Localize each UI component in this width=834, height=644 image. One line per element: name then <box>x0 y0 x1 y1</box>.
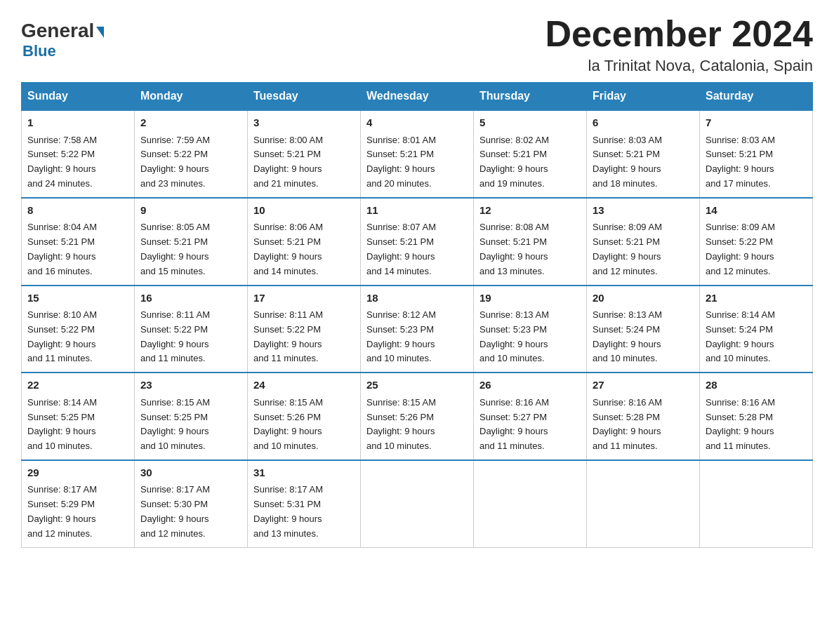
day-info: Sunrise: 8:01 AMSunset: 5:21 PMDaylight:… <box>366 135 436 189</box>
day-number: 27 <box>593 377 694 394</box>
day-number: 30 <box>140 465 241 481</box>
day-info: Sunrise: 8:13 AMSunset: 5:23 PMDaylight:… <box>479 309 549 363</box>
table-row: 26 Sunrise: 8:16 AMSunset: 5:27 PMDaylig… <box>474 373 587 460</box>
table-row: 15 Sunrise: 8:10 AMSunset: 5:22 PMDaylig… <box>22 286 135 373</box>
month-title: December 2024 <box>545 14 813 54</box>
day-info: Sunrise: 8:10 AMSunset: 5:22 PMDaylight:… <box>27 309 97 363</box>
title-section: December 2024 la Trinitat Nova, Cataloni… <box>545 14 813 75</box>
table-row: 28 Sunrise: 8:16 AMSunset: 5:28 PMDaylig… <box>700 373 813 460</box>
table-row <box>474 460 587 547</box>
table-row: 5 Sunrise: 8:02 AMSunset: 5:21 PMDayligh… <box>474 110 587 198</box>
day-info: Sunrise: 8:17 AMSunset: 5:29 PMDaylight:… <box>27 484 97 538</box>
day-info: Sunrise: 8:16 AMSunset: 5:28 PMDaylight:… <box>706 397 775 451</box>
day-info: Sunrise: 8:00 AMSunset: 5:21 PMDaylight:… <box>253 135 323 189</box>
table-row <box>361 460 474 547</box>
day-info: Sunrise: 8:05 AMSunset: 5:21 PMDaylight:… <box>140 222 210 276</box>
col-monday: Monday <box>135 83 248 111</box>
logo-general: General <box>21 21 94 41</box>
calendar-header-row: Sunday Monday Tuesday Wednesday Thursday… <box>22 83 813 111</box>
day-number: 3 <box>253 115 355 131</box>
table-row: 2 Sunrise: 7:59 AMSunset: 5:22 PMDayligh… <box>135 110 248 198</box>
calendar-week-row: 1 Sunrise: 7:58 AMSunset: 5:22 PMDayligh… <box>22 110 813 198</box>
day-info: Sunrise: 8:15 AMSunset: 5:26 PMDaylight:… <box>366 397 436 451</box>
table-row: 1 Sunrise: 7:58 AMSunset: 5:22 PMDayligh… <box>22 110 135 198</box>
day-number: 31 <box>253 465 355 481</box>
table-row: 18 Sunrise: 8:12 AMSunset: 5:23 PMDaylig… <box>361 286 474 373</box>
day-number: 15 <box>27 290 128 307</box>
day-info: Sunrise: 8:03 AMSunset: 5:21 PMDaylight:… <box>706 135 775 189</box>
day-number: 12 <box>479 203 581 219</box>
day-number: 26 <box>479 377 581 394</box>
table-row: 23 Sunrise: 8:15 AMSunset: 5:25 PMDaylig… <box>135 373 248 460</box>
day-number: 22 <box>27 377 128 394</box>
table-row: 31 Sunrise: 8:17 AMSunset: 5:31 PMDaylig… <box>248 460 361 547</box>
day-number: 4 <box>366 115 468 131</box>
table-row: 12 Sunrise: 8:08 AMSunset: 5:21 PMDaylig… <box>474 198 587 286</box>
table-row: 22 Sunrise: 8:14 AMSunset: 5:25 PMDaylig… <box>22 373 135 460</box>
table-row <box>587 460 700 547</box>
day-info: Sunrise: 7:59 AMSunset: 5:22 PMDaylight:… <box>140 135 210 189</box>
day-number: 9 <box>140 203 241 219</box>
page-header: General Blue December 2024 la Trinitat N… <box>21 14 813 75</box>
location-title: la Trinitat Nova, Catalonia, Spain <box>545 57 813 75</box>
table-row: 13 Sunrise: 8:09 AMSunset: 5:21 PMDaylig… <box>587 198 700 286</box>
day-number: 19 <box>479 290 581 307</box>
calendar-week-row: 29 Sunrise: 8:17 AMSunset: 5:29 PMDaylig… <box>22 460 813 547</box>
day-number: 14 <box>706 203 807 219</box>
logo-triangle-icon <box>96 27 104 38</box>
table-row: 21 Sunrise: 8:14 AMSunset: 5:24 PMDaylig… <box>700 286 813 373</box>
day-info: Sunrise: 8:08 AMSunset: 5:21 PMDaylight:… <box>479 222 549 276</box>
day-number: 8 <box>27 203 128 219</box>
table-row: 16 Sunrise: 8:11 AMSunset: 5:22 PMDaylig… <box>135 286 248 373</box>
day-info: Sunrise: 8:16 AMSunset: 5:27 PMDaylight:… <box>479 397 549 451</box>
table-row: 11 Sunrise: 8:07 AMSunset: 5:21 PMDaylig… <box>361 198 474 286</box>
day-number: 23 <box>140 377 241 394</box>
day-number: 21 <box>706 290 807 307</box>
col-friday: Friday <box>587 83 700 111</box>
day-info: Sunrise: 8:17 AMSunset: 5:31 PMDaylight:… <box>253 484 323 538</box>
logo: General Blue <box>21 21 104 60</box>
day-number: 17 <box>253 290 355 307</box>
day-info: Sunrise: 8:11 AMSunset: 5:22 PMDaylight:… <box>140 309 210 363</box>
day-info: Sunrise: 8:12 AMSunset: 5:23 PMDaylight:… <box>366 309 436 363</box>
day-info: Sunrise: 8:16 AMSunset: 5:28 PMDaylight:… <box>593 397 662 451</box>
day-info: Sunrise: 8:09 AMSunset: 5:22 PMDaylight:… <box>706 222 775 276</box>
table-row: 7 Sunrise: 8:03 AMSunset: 5:21 PMDayligh… <box>700 110 813 198</box>
day-number: 7 <box>706 115 807 131</box>
col-saturday: Saturday <box>700 83 813 111</box>
day-info: Sunrise: 8:06 AMSunset: 5:21 PMDaylight:… <box>253 222 323 276</box>
day-info: Sunrise: 8:07 AMSunset: 5:21 PMDaylight:… <box>366 222 436 276</box>
calendar-week-row: 22 Sunrise: 8:14 AMSunset: 5:25 PMDaylig… <box>22 373 813 460</box>
table-row: 19 Sunrise: 8:13 AMSunset: 5:23 PMDaylig… <box>474 286 587 373</box>
col-sunday: Sunday <box>22 83 135 111</box>
day-number: 16 <box>140 290 241 307</box>
day-number: 10 <box>253 203 355 219</box>
day-number: 24 <box>253 377 355 394</box>
day-number: 13 <box>593 203 694 219</box>
table-row <box>700 460 813 547</box>
day-info: Sunrise: 8:15 AMSunset: 5:26 PMDaylight:… <box>253 397 323 451</box>
day-number: 18 <box>366 290 468 307</box>
table-row: 10 Sunrise: 8:06 AMSunset: 5:21 PMDaylig… <box>248 198 361 286</box>
day-number: 25 <box>366 377 468 394</box>
day-number: 2 <box>140 115 241 131</box>
day-number: 11 <box>366 203 468 219</box>
table-row: 17 Sunrise: 8:11 AMSunset: 5:22 PMDaylig… <box>248 286 361 373</box>
day-number: 5 <box>479 115 581 131</box>
table-row: 20 Sunrise: 8:13 AMSunset: 5:24 PMDaylig… <box>587 286 700 373</box>
day-info: Sunrise: 8:14 AMSunset: 5:25 PMDaylight:… <box>27 397 97 451</box>
table-row: 8 Sunrise: 8:04 AMSunset: 5:21 PMDayligh… <box>22 198 135 286</box>
day-number: 20 <box>593 290 694 307</box>
day-number: 6 <box>593 115 694 131</box>
table-row: 9 Sunrise: 8:05 AMSunset: 5:21 PMDayligh… <box>135 198 248 286</box>
day-number: 1 <box>27 115 128 131</box>
table-row: 14 Sunrise: 8:09 AMSunset: 5:22 PMDaylig… <box>700 198 813 286</box>
calendar-week-row: 15 Sunrise: 8:10 AMSunset: 5:22 PMDaylig… <box>22 286 813 373</box>
table-row: 3 Sunrise: 8:00 AMSunset: 5:21 PMDayligh… <box>248 110 361 198</box>
day-number: 29 <box>27 465 128 481</box>
day-info: Sunrise: 8:11 AMSunset: 5:22 PMDaylight:… <box>253 309 323 363</box>
table-row: 29 Sunrise: 8:17 AMSunset: 5:29 PMDaylig… <box>22 460 135 547</box>
logo-blue: Blue <box>21 42 104 60</box>
day-info: Sunrise: 8:13 AMSunset: 5:24 PMDaylight:… <box>593 309 662 363</box>
day-info: Sunrise: 8:09 AMSunset: 5:21 PMDaylight:… <box>593 222 662 276</box>
